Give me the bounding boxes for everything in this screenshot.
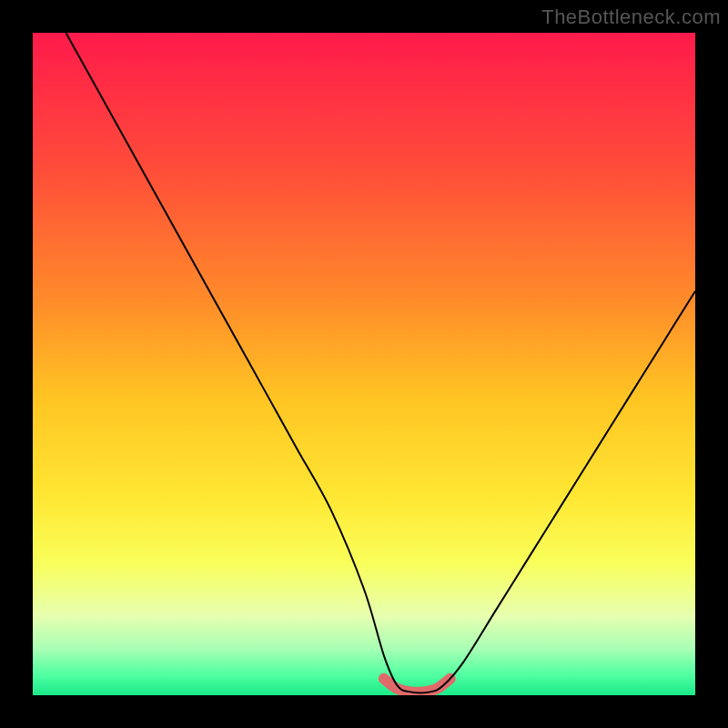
plot-area xyxy=(33,33,695,695)
gradient-background xyxy=(33,33,695,695)
watermark-text: TheBottleneck.com xyxy=(541,5,721,29)
chart-svg xyxy=(33,33,695,695)
chart-frame: TheBottleneck.com xyxy=(0,0,728,728)
